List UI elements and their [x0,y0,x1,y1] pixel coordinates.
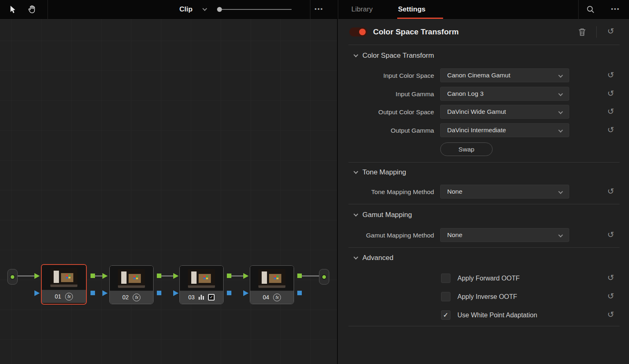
reset-icon[interactable]: ↺ [607,187,614,195]
rgb-input-arrow[interactable] [34,273,40,279]
effect-title: Color Space Transform [373,25,459,39]
reset-icon[interactable]: ↺ [607,274,614,282]
rgb-wire [302,276,319,276]
trash-icon [578,27,586,36]
pointer-tool-button[interactable] [7,4,19,15]
key-input-arrow[interactable] [173,290,179,296]
section-header-gamut-mapping[interactable]: Gamut Mapping [339,209,629,222]
reset-icon[interactable]: ↺ [607,292,614,300]
setting-row: Output Color Space DaVinci Wide Gamut ↺ [339,103,629,121]
key-input-arrow[interactable] [102,290,108,296]
adjustment-bars-icon [199,295,204,300]
node-graph[interactable]: 01 fx 02 fx 03 ✓ 04 fx [0,19,338,364]
output-gamma-select[interactable]: DaVinci Intermediate [440,123,569,137]
rgb-output-square[interactable] [297,274,302,278]
node-label-bar: 03 ✓ [180,291,223,304]
check-icon: ✓ [441,311,450,319]
panel-options-button[interactable]: ••• [611,0,620,19]
node-enabled-checkbox-icon[interactable]: ✓ [208,294,215,301]
reset-icon[interactable]: ↺ [607,89,614,97]
swap-button[interactable]: Swap [440,142,493,156]
reset-icon[interactable]: ↺ [607,71,614,79]
chevron-down-icon [558,73,563,77]
node-03[interactable]: 03 ✓ [179,265,224,304]
tone-mapping-method-select[interactable]: None [440,185,569,199]
rgb-input-arrow[interactable] [102,273,108,279]
settings-panel: Color Space Transform ↺ Color Space Tran… [339,19,629,364]
reset-all-icon[interactable]: ↺ [607,27,614,35]
thumbnail-image [118,269,145,288]
node-thumbnail [110,266,153,291]
gamut-mapping-method-select[interactable]: None [440,228,569,242]
chevron-down-icon[interactable] [202,6,207,11]
thumbnail-image [50,268,77,287]
selected-value: None [447,185,462,198]
input-color-space-select[interactable]: Canon Cinema Gamut [440,68,569,82]
delete-effect-button[interactable] [578,27,586,38]
pan-tool-button[interactable] [26,4,38,15]
rgb-output-dot [321,274,327,280]
apply-forward-ootf-checkbox[interactable]: ✓ [441,274,450,283]
toolbar-divider [338,0,338,19]
setting-row: Input Color Space Canon Cinema Gamut ↺ [339,66,629,85]
node-level-selector[interactable]: Clip [179,0,192,19]
tab-library[interactable]: Library [351,0,373,19]
selected-value: Canon Log 3 [447,87,484,100]
header-divider [596,26,597,38]
rgb-wire [161,276,173,276]
selected-value: None [447,228,462,242]
input-gamma-select[interactable]: Canon Log 3 [440,87,569,101]
rgb-output-square[interactable] [227,274,231,278]
section-header-tone-mapping[interactable]: Tone Mapping [339,167,629,179]
fx-icon: fx [65,293,73,301]
setting-label: Input Gamma [339,85,434,103]
rgb-input-arrow[interactable] [243,273,249,279]
chevron-down-icon [558,128,563,132]
key-output-square[interactable] [157,291,161,295]
reset-icon[interactable]: ↺ [607,310,614,319]
key-output-square[interactable] [91,291,95,295]
key-output-square[interactable] [227,291,231,295]
node-tree-output-socket[interactable] [319,269,329,285]
rgb-output-square[interactable] [157,274,161,278]
panel-divider [348,326,620,326]
section-header-advanced[interactable]: Advanced [339,252,629,265]
key-output-square[interactable] [297,291,302,295]
output-color-space-select[interactable]: DaVinci Wide Gamut [440,105,569,119]
reset-icon[interactable]: ↺ [607,107,614,115]
setting-row: Gamut Mapping Method None ↺ [339,226,629,244]
use-white-point-adaptation-checkbox[interactable]: ✓ [441,310,450,320]
zoom-slider-thumb[interactable] [217,7,222,12]
panel-divider [348,162,620,163]
zoom-slider-track[interactable] [222,9,292,10]
graph-options-button[interactable]: ••• [314,0,324,19]
node-01[interactable]: 01 fx [41,264,87,305]
chevron-down-icon [558,91,563,96]
node-04[interactable]: 04 fx [250,265,294,304]
rgb-source-dot [10,274,15,280]
application-window: Clip ••• Library Settings ••• [0,0,629,364]
thumbnail-image [188,269,215,288]
effect-enable-toggle[interactable] [349,27,367,36]
source-input-socket[interactable] [7,269,18,285]
checkbox-label: Use White Point Adaptation [457,306,537,324]
apply-inverse-ootf-checkbox[interactable]: ✓ [441,292,450,301]
section-header-color-space-transform[interactable]: Color Space Transform [339,50,629,62]
checkbox-row: ✓ Use White Point Adaptation ↺ [339,306,629,324]
search-button[interactable] [585,4,596,15]
rgb-input-arrow[interactable] [173,273,179,279]
tab-settings[interactable]: Settings [398,0,425,19]
key-input-arrow[interactable] [34,290,40,296]
rgb-wire [231,276,243,276]
effect-header: Color Space Transform ↺ [339,25,629,39]
reset-icon[interactable]: ↺ [607,126,614,134]
key-input-arrow[interactable] [243,290,249,296]
node-02[interactable]: 02 fx [109,265,154,304]
active-tab-underline [397,18,443,19]
reset-icon[interactable]: ↺ [607,231,614,239]
checkbox-row: ✓ Apply Forward OOTF ↺ [339,269,629,287]
rgb-output-square[interactable] [91,274,95,278]
node-thumbnail [42,265,86,290]
node-label-bar: 04 fx [250,291,294,304]
rgb-wire [95,276,102,276]
